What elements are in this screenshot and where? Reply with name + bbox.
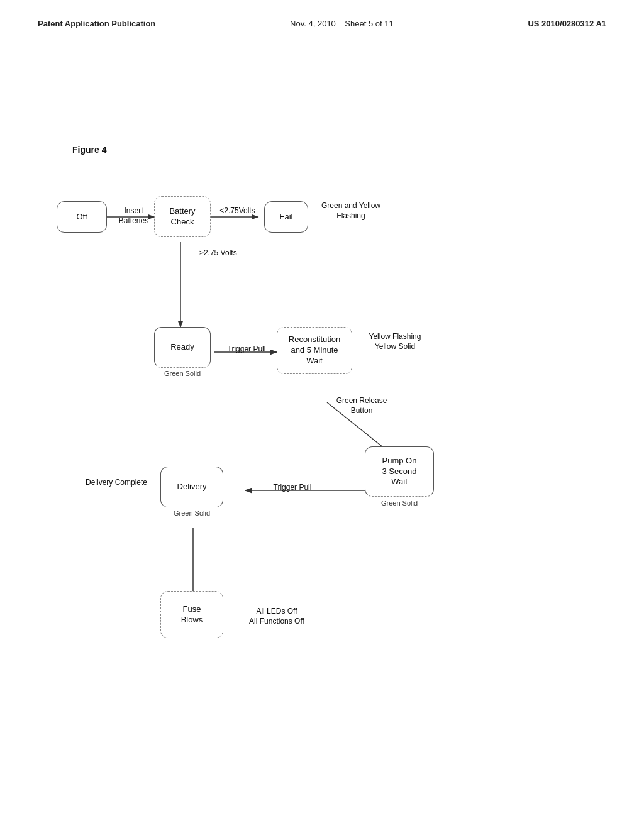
box-fuse-blows: Fuse Blows (160, 591, 223, 638)
header-sheet: Sheet 5 of 11 (345, 19, 393, 28)
box-ready-sublabel: Green Solid (154, 370, 211, 377)
label-gte-volts: ≥2.75 Volts (184, 248, 253, 258)
diagram: Off Insert Batteries Battery Check <2.75… (38, 170, 604, 736)
header-right: US 2010/0280312 A1 (528, 19, 606, 28)
arrows-svg (38, 170, 604, 736)
box-pump-sublabel: Green Solid (365, 499, 434, 507)
box-ready: Ready (154, 327, 211, 368)
label-delivery-complete: Delivery Complete (75, 478, 157, 488)
label-trigger-pull-1: Trigger Pull (215, 345, 278, 355)
label-green-release-button: Green Release Button (324, 396, 399, 416)
label-yellow-flashing-solid: Yellow Flashing Yellow Solid (357, 332, 433, 351)
box-delivery: Delivery (160, 467, 223, 507)
box-off: Off (57, 201, 107, 233)
box-pump-on: Pump On 3 Second Wait (365, 446, 434, 497)
label-green-yellow-flashing: Green and Yellow Flashing (313, 201, 389, 221)
figure-label: Figure 4 (72, 145, 106, 155)
label-lt-volts: <2.75Volts (214, 206, 261, 216)
box-battery-check: Battery Check (154, 196, 211, 237)
label-trigger-pull-2: Trigger Pull (261, 483, 324, 493)
header-date: Nov. 4, 2010 (290, 19, 336, 28)
label-all-leds-off: All LEDs Off All Functions Off (226, 607, 327, 626)
box-delivery-sublabel: Green Solid (160, 509, 223, 517)
box-reconstitution: Reconstitution and 5 Minute Wait (277, 327, 352, 374)
header-center: Nov. 4, 2010 Sheet 5 of 11 (290, 19, 394, 28)
header: Patent Application Publication Nov. 4, 2… (0, 0, 644, 35)
label-insert-batteries: Insert Batteries (110, 206, 157, 226)
header-left: Patent Application Publication (38, 19, 155, 28)
page: Patent Application Publication Nov. 4, 2… (0, 0, 644, 830)
box-fail: Fail (264, 201, 308, 233)
